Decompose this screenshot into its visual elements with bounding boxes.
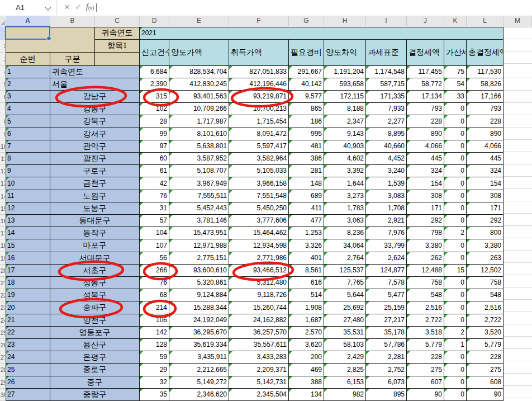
header-cell-F[interactable]: 취득가액 — [229, 40, 289, 66]
cell-F12[interactable]: 5,105,033 — [229, 165, 289, 177]
cell-L21[interactable]: 758 — [467, 277, 504, 289]
cell-D26[interactable]: 128 — [140, 339, 169, 351]
cell-L25[interactable]: 3,520 — [467, 327, 504, 339]
cell-B4[interactable]: 귀속연도 — [50, 66, 140, 78]
cell-G27[interactable]: 200 — [289, 351, 324, 364]
cell-F27[interactable]: 3,433,283 — [229, 351, 289, 364]
cell-I10[interactable]: 40,660 — [366, 140, 407, 153]
cell-H15[interactable]: 1,783 — [324, 202, 366, 215]
cell-K21[interactable]: 0 — [444, 277, 467, 289]
cell-E26[interactable]: 35,619,334 — [169, 339, 229, 351]
row-header-3[interactable]: 3 — [0, 53, 5, 66]
cell-I22[interactable]: 5,477 — [366, 289, 407, 301]
row-header-12[interactable]: 12 — [0, 165, 5, 177]
cell-B5[interactable]: 서울 — [50, 78, 140, 91]
cell-B6[interactable]: 강남구 — [50, 91, 140, 103]
cell-I6[interactable]: 171,335 — [366, 91, 407, 103]
row-header-9[interactable]: 9 — [0, 128, 5, 140]
cell-F14[interactable]: 7,551,548 — [229, 190, 289, 202]
cell-B14[interactable]: 노원구 — [50, 190, 140, 202]
row-header-21[interactable]: 21 — [0, 277, 5, 289]
cell-I9[interactable]: 8,895 — [366, 128, 407, 140]
cell-I13[interactable]: 1,539 — [366, 177, 407, 190]
row-header-16[interactable]: 16 — [0, 215, 5, 227]
cell-E7[interactable]: 10,709,266 — [169, 103, 229, 115]
cell-D6[interactable]: 315 — [140, 91, 169, 103]
row-header-13[interactable]: 13 — [0, 177, 5, 190]
cell-D28[interactable]: 29 — [140, 364, 169, 376]
cell-L17[interactable]: 800 — [467, 227, 504, 239]
cell-E14[interactable]: 7,555,511 — [169, 190, 229, 202]
cell-F8[interactable]: 1,715,454 — [229, 115, 289, 128]
cell-B9[interactable]: 강서구 — [50, 128, 140, 140]
row-header-24[interactable]: 24 — [0, 314, 5, 327]
cell-G11[interactable]: 386 — [289, 153, 324, 165]
cell-E25[interactable]: 36,295,670 — [169, 327, 229, 339]
column-header-H[interactable]: H — [324, 16, 366, 26]
cell-I8[interactable]: 2,277 — [366, 115, 407, 128]
cell-G29[interactable]: 388 — [289, 376, 324, 389]
cell-L28[interactable]: 275 — [467, 364, 504, 376]
row-header-17[interactable]: 17 — [0, 227, 5, 239]
insert-function-icon[interactable]: f(x) — [83, 3, 97, 12]
column-header-D[interactable]: D — [140, 16, 169, 26]
cell-K16[interactable]: 0 — [444, 215, 467, 227]
cell-H7[interactable]: 8,188 — [324, 103, 366, 115]
cell-F17[interactable]: 15,464,462 — [229, 227, 289, 239]
cell-F9[interactable]: 8,091,472 — [229, 128, 289, 140]
cell-A27[interactable]: 24 — [6, 351, 50, 364]
cell-F16[interactable]: 3,777,606 — [229, 215, 289, 227]
cell-F20[interactable]: 93,466,512 — [229, 265, 289, 277]
cell-K7[interactable]: 0 — [444, 103, 467, 115]
row-header-26[interactable]: 26 — [0, 339, 5, 351]
cell-K6[interactable]: 33 — [444, 91, 467, 103]
empty-cells-region[interactable] — [504, 66, 532, 401]
row-header-1[interactable]: 1 — [0, 27, 5, 40]
cell-A13[interactable]: 10 — [6, 177, 50, 190]
cell-I19[interactable]: 2,624 — [366, 252, 407, 265]
cell-H18[interactable]: 34,064 — [324, 239, 366, 252]
cell-E24[interactable]: 24,192,049 — [169, 314, 229, 327]
cell-K14[interactable]: 0 — [444, 190, 467, 202]
cell-G9[interactable]: 995 — [289, 128, 324, 140]
cell-L22[interactable]: 548 — [467, 289, 504, 301]
cell-D4[interactable]: 6,684 — [140, 66, 169, 78]
cell-B21[interactable]: 성동구 — [50, 277, 140, 289]
cell-I27[interactable]: 2,281 — [366, 351, 407, 364]
cell-F30[interactable]: 2,345,504 — [229, 389, 289, 401]
cell-L9[interactable]: 890 — [467, 128, 504, 140]
cell-E30[interactable]: 2,346,620 — [169, 389, 229, 401]
cell-D14[interactable]: 76 — [140, 190, 169, 202]
cell-G25[interactable]: 2,570 — [289, 327, 324, 339]
cell-K23[interactable]: 0 — [444, 301, 467, 314]
cell-H6[interactable]: 172,115 — [324, 91, 366, 103]
cell-H22[interactable]: 5,644 — [324, 289, 366, 301]
cell-F25[interactable]: 36,257,570 — [229, 327, 289, 339]
cell-L7[interactable]: 793 — [467, 103, 504, 115]
cell-F21[interactable]: 5,312,480 — [229, 277, 289, 289]
cell-E11[interactable]: 3,587,952 — [169, 153, 229, 165]
cell-K29[interactable]: 0 — [444, 376, 467, 389]
cell-B8[interactable]: 강북구 — [50, 115, 140, 128]
row-header-7[interactable]: 7 — [0, 103, 5, 115]
cell-F23[interactable]: 15,260,744 — [229, 301, 289, 314]
cell-E6[interactable]: 93,401,563 — [169, 91, 229, 103]
cell-A15[interactable]: 12 — [6, 202, 50, 215]
cell-K13[interactable]: 0 — [444, 177, 467, 190]
cell-J15[interactable]: 171 — [407, 202, 444, 215]
cell-B16[interactable]: 동대문구 — [50, 215, 140, 227]
cell-A25[interactable]: 22 — [6, 327, 50, 339]
cell-G5[interactable]: 40,142 — [289, 78, 324, 91]
cell-L29[interactable]: 608 — [467, 376, 504, 389]
cell-K18[interactable]: 0 — [444, 239, 467, 252]
cell-D18[interactable]: 107 — [140, 239, 169, 252]
cell-E27[interactable]: 3,435,911 — [169, 351, 229, 364]
cell-I15[interactable]: 1,708 — [366, 202, 407, 215]
cell-F26[interactable]: 35,557,611 — [229, 339, 289, 351]
cell-A5[interactable]: 2 — [6, 78, 50, 91]
cell-K10[interactable]: 0 — [444, 140, 467, 153]
header-cell-L[interactable]: 총결정세액 — [467, 40, 504, 66]
cell-D16[interactable]: 57 — [140, 215, 169, 227]
cell-J20[interactable]: 12,488 — [407, 265, 444, 277]
cell-G18[interactable]: 3,326 — [289, 239, 324, 252]
